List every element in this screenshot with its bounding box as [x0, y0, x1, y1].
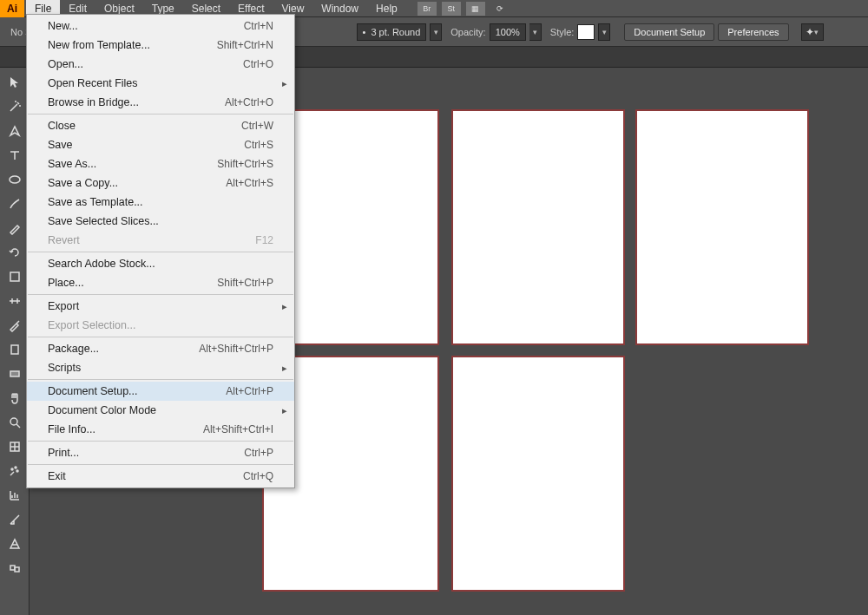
- file-menu-item-save-selected-slices[interactable]: Save Selected Slices...: [27, 212, 294, 231]
- menu-item-shortcut: Ctrl+P: [244, 447, 273, 459]
- arrange-icon[interactable]: ▦: [466, 2, 485, 16]
- file-menu-item-open[interactable]: Open...Ctrl+O: [27, 55, 294, 74]
- document-setup-button[interactable]: Document Setup: [624, 23, 714, 41]
- menu-item-label: Document Setup...: [48, 385, 138, 397]
- menu-item-shortcut: Alt+Shift+Ctrl+I: [203, 423, 273, 435]
- file-menu-item-search-adobe-stock[interactable]: Search Adobe Stock...: [27, 254, 294, 273]
- menu-window[interactable]: Window: [312, 0, 367, 17]
- style-label: Style:: [550, 27, 575, 37]
- file-menu-item-document-setup[interactable]: Document Setup...Alt+Ctrl+P: [27, 382, 294, 401]
- file-menu-item-document-color-mode[interactable]: Document Color Mode: [27, 401, 294, 420]
- file-menu-item-close[interactable]: CloseCtrl+W: [27, 116, 294, 135]
- artboard-tool[interactable]: [3, 340, 26, 359]
- menu-separator: [28, 441, 293, 442]
- menu-item-shortcut: Ctrl+W: [241, 120, 273, 132]
- bridge-icon[interactable]: Br: [418, 2, 437, 16]
- rotate-tool[interactable]: [3, 243, 26, 262]
- file-menu-item-scripts[interactable]: Scripts: [27, 358, 294, 377]
- mesh-tool[interactable]: [3, 437, 26, 456]
- pen-tool[interactable]: [3, 121, 26, 141]
- menubar-app-icons: Br St ▦ ⟳: [415, 2, 512, 16]
- file-menu-item-save-as-template[interactable]: Save as Template...: [27, 193, 294, 212]
- paintbrush-tool[interactable]: [3, 194, 26, 213]
- sync-icon[interactable]: ⟳: [490, 2, 510, 16]
- artboard[interactable]: [451, 109, 625, 345]
- file-menu-item-print[interactable]: Print...Ctrl+P: [27, 443, 294, 462]
- toolbox: [0, 68, 30, 615]
- menu-item-shortcut: Alt+Shift+Ctrl+P: [199, 343, 273, 355]
- menu-item-label: New...: [48, 20, 78, 32]
- menu-item-label: Package...: [48, 343, 99, 355]
- file-menu-item-open-recent-files[interactable]: Open Recent Files: [27, 74, 294, 93]
- menu-item-label: Save as Template...: [48, 196, 143, 208]
- stock-icon[interactable]: St: [442, 2, 461, 16]
- gradient-tool[interactable]: [3, 364, 26, 383]
- menu-item-shortcut: Alt+Ctrl+S: [226, 177, 273, 189]
- file-menu-item-save[interactable]: SaveCtrl+S: [27, 135, 294, 154]
- eyedropper-tool[interactable]: [3, 316, 26, 335]
- hand-tool[interactable]: [3, 389, 26, 408]
- menu-item-shortcut: Ctrl+Q: [243, 470, 273, 482]
- opacity-dropdown[interactable]: [529, 23, 542, 41]
- menu-separator: [28, 379, 293, 380]
- menu-item-label: Open Recent Files: [48, 77, 138, 89]
- svg-point-6: [15, 467, 16, 468]
- graph-tool[interactable]: [3, 486, 26, 505]
- pencil-tool[interactable]: [3, 219, 26, 238]
- perspective-tool[interactable]: [3, 534, 26, 553]
- style-swatch[interactable]: [577, 24, 595, 40]
- type-tool[interactable]: [3, 146, 26, 165]
- svg-point-4: [10, 418, 17, 425]
- menu-item-shortcut: Shift+Ctrl+P: [217, 277, 273, 289]
- artboard[interactable]: [451, 356, 625, 592]
- file-menu-item-package[interactable]: Package...Alt+Shift+Ctrl+P: [27, 339, 294, 358]
- svg-rect-9: [15, 567, 19, 572]
- opacity-field[interactable]: 100%: [490, 23, 526, 41]
- menu-item-label: Document Color Mode: [48, 404, 156, 416]
- file-menu-item-new-from-template[interactable]: New from Template...Shift+Ctrl+N: [27, 36, 294, 55]
- menu-item-label: Open...: [48, 58, 83, 70]
- menu-item-label: Scripts: [48, 362, 81, 374]
- stroke-profile-field[interactable]: •3 pt. Round: [357, 23, 427, 41]
- file-menu-dropdown: New...Ctrl+NNew from Template...Shift+Ct…: [26, 14, 295, 488]
- file-menu-item-exit[interactable]: ExitCtrl+Q: [27, 467, 294, 486]
- file-menu-item-export[interactable]: Export: [27, 297, 294, 316]
- file-menu-item-save-as[interactable]: Save As...Shift+Ctrl+S: [27, 154, 294, 173]
- opacity-label: Opacity:: [450, 27, 485, 37]
- menu-item-label: Place...: [48, 277, 84, 289]
- magic-wand-tool[interactable]: [3, 97, 26, 116]
- menu-item-label: Save a Copy...: [48, 177, 118, 189]
- scale-tool[interactable]: [3, 267, 26, 286]
- stroke-profile-dropdown[interactable]: [430, 23, 442, 41]
- symbol-sprayer-tool[interactable]: [3, 461, 26, 481]
- menu-item-label: Export: [48, 300, 79, 312]
- style-dropdown[interactable]: [598, 23, 610, 41]
- blend-tool[interactable]: [3, 559, 26, 578]
- menu-item-label: Export Selection...: [48, 319, 135, 331]
- selection-tool[interactable]: [3, 73, 26, 92]
- width-tool[interactable]: [3, 291, 26, 311]
- menu-item-label: Save As...: [48, 158, 96, 170]
- menu-help[interactable]: Help: [367, 0, 406, 17]
- menu-item-shortcut: Ctrl+O: [243, 58, 273, 70]
- align-menu-icon[interactable]: ✦: [801, 23, 824, 41]
- artboard[interactable]: [635, 109, 809, 345]
- file-menu-item-browse-in-bridge[interactable]: Browse in Bridge...Alt+Ctrl+O: [27, 93, 294, 112]
- menu-item-label: Save Selected Slices...: [48, 215, 159, 227]
- ellipse-tool[interactable]: [3, 170, 26, 189]
- menu-item-label: Browse in Bridge...: [48, 96, 139, 108]
- menu-separator: [28, 464, 293, 465]
- file-menu-item-place[interactable]: Place...Shift+Ctrl+P: [27, 273, 294, 292]
- file-menu-item-file-info[interactable]: File Info...Alt+Shift+Ctrl+I: [27, 420, 294, 439]
- preferences-button[interactable]: Preferences: [718, 23, 788, 41]
- menu-item-label: File Info...: [48, 423, 95, 435]
- file-menu-item-new[interactable]: New...Ctrl+N: [27, 16, 294, 36]
- menu-item-shortcut: Ctrl+S: [244, 139, 273, 151]
- slice-tool[interactable]: [3, 510, 26, 529]
- svg-point-5: [11, 468, 13, 470]
- zoom-tool[interactable]: [3, 413, 26, 432]
- menu-item-label: Save: [48, 139, 73, 151]
- file-menu-item-save-a-copy[interactable]: Save a Copy...Alt+Ctrl+S: [27, 173, 294, 193]
- menu-item-label: New from Template...: [48, 39, 150, 51]
- svg-point-0: [10, 176, 20, 183]
